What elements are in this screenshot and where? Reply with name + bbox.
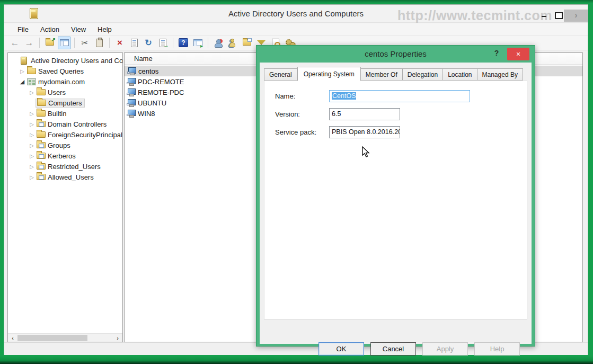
tab-delegation[interactable]: Delegation <box>403 68 443 81</box>
dialog-body: General Operating System Member Of Deleg… <box>260 63 532 344</box>
menu-help[interactable]: Help <box>93 24 117 34</box>
expander-collapsed-icon[interactable]: ▷ <box>19 68 26 74</box>
list-item-label: REMOTE-PDC <box>138 88 184 96</box>
tree-item-restricted-users[interactable]: ▷ Restricted_Users <box>8 161 122 172</box>
computer-icon <box>127 78 135 85</box>
expander-collapsed-icon[interactable]: ▷ <box>28 121 36 127</box>
minimize-button[interactable] <box>538 11 550 20</box>
folder-icon <box>36 131 46 138</box>
scroll-right-icon[interactable]: › <box>114 334 121 342</box>
tab-member-of[interactable]: Member Of <box>361 68 403 81</box>
apply-button[interactable]: Apply <box>422 342 468 356</box>
cancel-button[interactable]: Cancel <box>370 342 416 356</box>
ok-button[interactable]: OK <box>318 342 364 356</box>
properties-icon[interactable] <box>128 37 140 49</box>
help-button[interactable]: Help <box>474 342 520 356</box>
toolbar-separator <box>109 38 110 48</box>
tree-item-root[interactable]: Active Directory Users and Com <box>8 55 122 66</box>
new-window-icon[interactable]: ▸ <box>191 37 204 49</box>
new-user-icon[interactable] <box>212 37 225 49</box>
tab-managed-by[interactable]: Managed By <box>477 68 523 81</box>
tree-item-label: Computers <box>47 99 82 107</box>
paste-icon[interactable] <box>93 37 105 49</box>
computer-icon <box>127 67 136 75</box>
toolbar-separator <box>39 38 40 48</box>
chevron-button[interactable]: › <box>564 10 588 22</box>
tree-item-label: mydomain.com <box>37 78 85 86</box>
tree-item-label: Restricted_Users <box>46 163 101 171</box>
version-input[interactable]: 6.5 <box>329 108 400 120</box>
expander-expanded-icon[interactable]: ◢ <box>19 78 26 85</box>
expander-collapsed-icon[interactable]: ▷ <box>28 132 36 138</box>
dialog-close-icon[interactable]: × <box>507 48 529 60</box>
selected-tree-item[interactable]: Computers <box>36 99 85 108</box>
new-group-icon[interactable] <box>226 37 239 49</box>
tab-location[interactable]: Location <box>443 68 477 81</box>
up-one-level-icon[interactable]: ↗ <box>43 37 56 49</box>
refresh-icon[interactable]: ↻ <box>142 37 155 49</box>
tree-item-saved-queries[interactable]: ▷ Saved Queries <box>8 66 122 76</box>
tree-item-label: Kerberos <box>46 152 76 160</box>
tree-item-kerberos[interactable]: ▷ Kerberos <box>8 150 122 161</box>
name-input[interactable]: CentOS <box>329 90 470 102</box>
tree-item-mydomain[interactable]: ◢ mydomain.com <box>8 76 122 87</box>
tab-general[interactable]: General <box>264 68 297 81</box>
tree-item-allowed-users[interactable]: ▷ Allowed_Users <box>8 172 122 182</box>
service-pack-label: Service pack: <box>275 128 316 136</box>
dialog-button-row: OK Cancel Apply Help <box>260 342 532 356</box>
tree-item-domain-controllers[interactable]: ▷ Domain Controllers <box>8 119 122 129</box>
menu-action[interactable]: Action <box>36 24 64 34</box>
domain-icon <box>26 78 37 85</box>
toolbar-separator <box>173 38 173 48</box>
watermark-text: http://www.tecmint.com <box>397 8 552 23</box>
new-ou-icon[interactable] <box>241 37 253 49</box>
back-icon[interactable]: ← <box>8 37 21 49</box>
tree-item-foreign-security-principals[interactable]: ▷ ForeignSecurityPrincipals <box>8 129 122 140</box>
menu-file[interactable]: File <box>13 24 33 34</box>
expander-collapsed-icon[interactable]: ▷ <box>28 111 36 117</box>
operating-system-tab-page: Name: CentOS Version: 6.5 Service pack: … <box>264 80 527 319</box>
computer-icon <box>127 99 135 106</box>
tab-operating-system[interactable]: Operating System <box>297 67 361 81</box>
help-icon[interactable]: ? <box>177 37 190 49</box>
scrollbar-thumb[interactable] <box>17 335 87 341</box>
tree-item-label: Active Directory Users and Com <box>29 57 122 65</box>
dialog-help-icon[interactable]: ? <box>491 49 502 57</box>
expander-collapsed-icon[interactable]: ▷ <box>28 143 36 148</box>
ou-folder-icon <box>36 163 46 170</box>
dialog-title-bar[interactable]: centos Properties ? × <box>256 46 535 63</box>
export-list-icon[interactable]: → <box>156 37 169 49</box>
tree-item-groups[interactable]: ▷ Groups <box>8 140 122 150</box>
toolbar-separator <box>208 38 208 48</box>
ou-folder-icon <box>36 142 46 148</box>
delete-icon[interactable]: × <box>113 37 126 49</box>
ou-folder-icon <box>36 174 46 180</box>
toolbar-separator <box>74 38 75 48</box>
scroll-left-icon[interactable]: ‹ <box>9 334 16 342</box>
list-item-label: WIN8 <box>138 110 155 118</box>
folder-icon <box>26 68 37 74</box>
expander-collapsed-icon[interactable]: ▷ <box>28 164 36 170</box>
forward-icon[interactable]: → <box>23 37 36 49</box>
dialog-tabs: General Operating System Member Of Deleg… <box>264 67 523 81</box>
service-pack-input[interactable]: PBIS Open 8.0.2016.20 <box>329 126 400 138</box>
tree-item-users[interactable]: ▷ Users <box>8 87 122 97</box>
expander-collapsed-icon[interactable]: ▷ <box>28 90 36 95</box>
centos-properties-dialog: centos Properties ? × General Operating … <box>256 45 535 347</box>
expander-collapsed-icon[interactable]: ▷ <box>28 153 36 159</box>
tree-item-label: Groups <box>46 141 70 149</box>
tree-item-label: ForeignSecurityPrincipals <box>46 131 122 139</box>
tree-item-computers[interactable]: Computers <box>8 97 122 108</box>
horizontal-scrollbar[interactable]: ‹ › <box>8 333 122 342</box>
menu-bar: File Action View Help <box>4 23 588 35</box>
list-item-label: centos <box>138 67 158 75</box>
console-tree-pane: Active Directory Users and Com ▷ Saved Q… <box>7 52 123 342</box>
menu-view[interactable]: View <box>66 24 91 34</box>
tree-item-builtin[interactable]: ▷ Builtin <box>8 108 122 119</box>
maximize-button[interactable] <box>552 11 564 20</box>
name-field-row: Name: CentOS <box>264 90 527 103</box>
cut-icon[interactable]: ✂ <box>78 37 91 49</box>
show-console-tree-icon[interactable] <box>58 37 70 49</box>
list-item-label: UBUNTU <box>138 99 166 107</box>
expander-collapsed-icon[interactable]: ▷ <box>28 174 36 180</box>
